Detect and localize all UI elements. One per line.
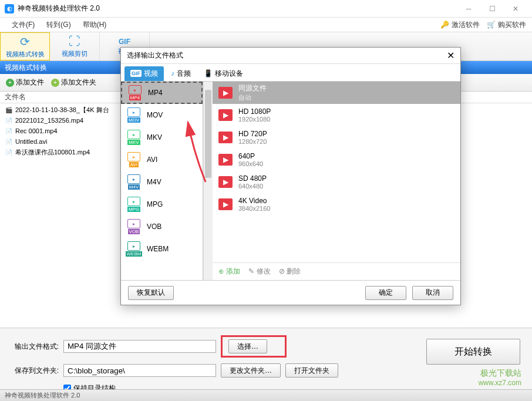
plus-circle-icon: ⊕ xyxy=(218,267,224,275)
format-item-mp4[interactable]: ▸MP4MP4 xyxy=(121,82,203,104)
plus-folder-icon: + xyxy=(51,79,59,87)
dialog-close-button[interactable]: ✕ xyxy=(447,50,454,61)
maximize-button[interactable]: ☐ xyxy=(480,0,504,18)
app-title: 神奇视频转换处理软件 2.0 xyxy=(18,4,100,14)
preset-play-icon: ▶ xyxy=(218,87,233,99)
tool-format-convert[interactable]: ⟳ 视频格式转换 xyxy=(0,32,50,60)
format-badge-icon: ▸VOB xyxy=(126,219,142,234)
preset-play-icon: ▶ xyxy=(218,176,233,188)
menubar: 文件(F) 转到(G) 帮助(H) 🔑 激活软件 🛒 购买软件 xyxy=(0,18,532,32)
start-convert-button[interactable]: 开始转换 xyxy=(426,339,520,365)
close-button[interactable]: ✕ xyxy=(504,0,527,18)
key-icon: 🔑 xyxy=(440,21,449,29)
format-item-mpg[interactable]: ▸MPGMPG xyxy=(121,193,203,215)
format-scrollbar[interactable] xyxy=(203,82,213,280)
pencil-icon: ✎ xyxy=(248,267,254,275)
video-tab-icon: GIF xyxy=(130,70,142,77)
format-badge-icon: ▸MPG xyxy=(126,197,142,212)
minimize-button[interactable]: ─ xyxy=(457,0,480,18)
dialog-title: 选择输出文件格式 xyxy=(127,50,183,60)
status-bar: 神奇视频转换处理软件 2.0 xyxy=(0,389,532,401)
preset-item[interactable]: ▶640P960x640 xyxy=(213,149,460,171)
tab-video[interactable]: GIF 视频 xyxy=(124,66,164,81)
preset-play-icon: ▶ xyxy=(218,198,233,210)
preset-play-icon: ▶ xyxy=(218,109,233,121)
format-item-vob[interactable]: ▸VOBVOB xyxy=(121,215,203,238)
menu-file[interactable]: 文件(F) xyxy=(6,20,41,30)
activate-link[interactable]: 🔑 激活软件 xyxy=(440,20,480,30)
preset-play-icon: ▶ xyxy=(218,154,233,166)
format-item-webm[interactable]: ▸WEBMWEBM xyxy=(121,238,203,260)
output-format-label: 输出文件格式: xyxy=(12,342,59,352)
format-item-mkv[interactable]: ▸MKVMKV xyxy=(121,126,203,149)
preset-list: ▶同源文件自动▶HD 1080P1920x1080▶HD 720P1280x72… xyxy=(213,82,460,262)
add-file-button[interactable]: + 添加文件 xyxy=(4,76,46,89)
audio-tab-icon: ♪ xyxy=(171,69,174,77)
buy-link[interactable]: 🛒 购买软件 xyxy=(487,20,526,30)
preset-add-button[interactable]: ⊕ 添加 xyxy=(218,267,240,277)
open-folder-button[interactable]: 打开文件夹 xyxy=(285,363,338,378)
preset-delete-button[interactable]: ⊘ 删除 xyxy=(279,267,301,277)
format-dialog: 选择输出文件格式 ✕ GIF 视频 ♪ 音频 📱 移动设备 ▸MP4MP4▸MO… xyxy=(120,47,461,305)
format-item-avi[interactable]: ▸AVIAVI xyxy=(121,149,203,171)
video-file-icon: 📄 xyxy=(5,138,13,145)
format-badge-icon: ▸AVI xyxy=(126,152,142,167)
annotation-highlight: 选择… xyxy=(221,335,287,358)
menu-goto[interactable]: 转到(G) xyxy=(41,20,76,30)
preset-item[interactable]: ▶HD 1080P1920x1080 xyxy=(213,104,460,126)
dialog-titlebar: 选择输出文件格式 ✕ xyxy=(121,48,460,64)
preset-item[interactable]: ▶同源文件自动 xyxy=(213,82,460,104)
preset-edit-button[interactable]: ✎ 修改 xyxy=(248,267,270,277)
format-item-m4v[interactable]: ▸M4VM4V xyxy=(121,171,203,193)
output-format-field[interactable] xyxy=(63,340,216,353)
video-file-icon: 📄 xyxy=(5,127,13,134)
watermark: 极光下载站 www.xz7.com xyxy=(479,368,521,387)
menu-help[interactable]: 帮助(H) xyxy=(77,20,113,30)
dialog-tabs: GIF 视频 ♪ 音频 📱 移动设备 xyxy=(121,64,460,82)
video-file-icon: 📄 xyxy=(5,149,13,156)
change-folder-button[interactable]: 更改文件夹… xyxy=(221,363,281,378)
preset-actions: ⊕ 添加 ✎ 修改 ⊘ 删除 xyxy=(213,262,460,280)
format-badge-icon: ▸MOV xyxy=(126,107,142,123)
add-folder-button[interactable]: + 添加文件夹 xyxy=(49,76,99,89)
format-list: ▸MP4MP4▸MOVMOV▸MKVMKV▸AVIAVI▸M4VM4V▸MPGM… xyxy=(121,82,203,280)
tool-crop[interactable]: ⛶ 视频剪切 xyxy=(50,32,100,60)
crop-icon: ⛶ xyxy=(69,35,80,48)
video-file-icon: 📄 xyxy=(5,117,13,124)
plus-icon: + xyxy=(6,79,14,87)
bottom-panel: 输出文件格式: 选择… 开始转换 保存到文件夹: 更改文件夹… 打开文件夹 保持… xyxy=(0,328,532,389)
preset-play-icon: ▶ xyxy=(218,132,233,143)
tab-device[interactable]: 📱 移动设备 xyxy=(198,66,249,81)
preset-item[interactable]: ▶SD 480P640x480 xyxy=(213,171,460,193)
reset-button[interactable]: 恢复默认 xyxy=(128,286,174,300)
format-badge-icon: ▸M4V xyxy=(126,174,142,190)
preset-item[interactable]: ▶4K Video3840x2160 xyxy=(213,193,460,215)
delete-icon: ⊘ xyxy=(279,267,285,275)
ok-button[interactable]: 确定 xyxy=(365,286,406,300)
format-badge-icon: ▸WEBM xyxy=(126,241,142,257)
cart-icon: 🛒 xyxy=(487,21,496,29)
select-format-button[interactable]: 选择… xyxy=(228,339,267,353)
cancel-button[interactable]: 取消 xyxy=(412,286,453,300)
app-logo-icon: ◐ xyxy=(5,4,14,14)
save-to-label: 保存到文件夹: xyxy=(12,366,59,376)
convert-icon: ⟳ xyxy=(20,35,30,49)
format-badge-icon: ▸MP4 xyxy=(127,85,143,100)
titlebar: ◐ 神奇视频转换处理软件 2.0 ─ ☐ ✕ xyxy=(0,0,532,18)
format-item-mov[interactable]: ▸MOVMOV xyxy=(121,104,203,126)
video-file-icon: 🎬 xyxy=(5,106,13,113)
device-tab-icon: 📱 xyxy=(204,69,213,77)
format-badge-icon: ▸MKV xyxy=(126,130,142,145)
dialog-footer: 恢复默认 确定 取消 xyxy=(121,280,460,305)
tab-audio[interactable]: ♪ 音频 xyxy=(165,66,197,81)
save-to-field[interactable] xyxy=(63,364,216,377)
preset-item[interactable]: ▶HD 720P1280x720 xyxy=(213,126,460,149)
gif-icon: GIF xyxy=(119,38,130,46)
